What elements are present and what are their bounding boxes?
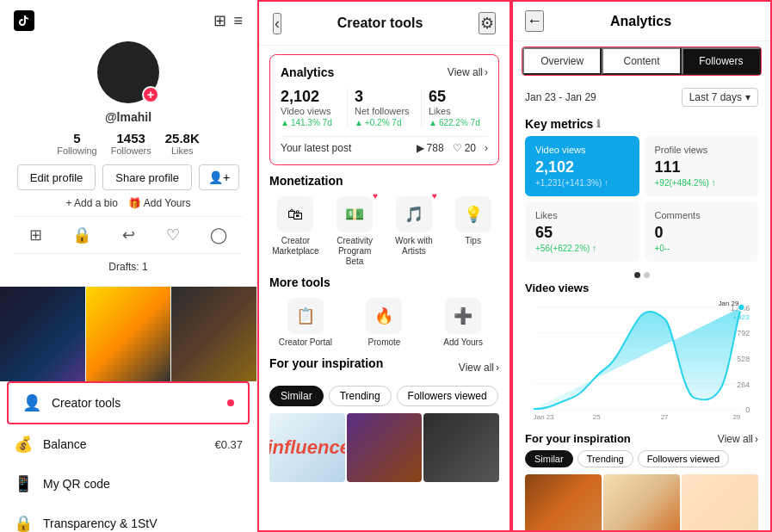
info-icon: ℹ [596,118,601,130]
right-tab-trending[interactable]: Trending [577,450,633,467]
tab-similar[interactable]: Similar [269,386,324,406]
gift-icon: 🎁 [128,197,141,209]
inspo-thumb-1[interactable]: ainfluencer [269,413,345,482]
like-icon[interactable]: ♡ [159,222,187,248]
svg-text:27: 27 [661,413,669,420]
middle-header: ‹ Creator tools ⚙ [259,2,510,46]
analytics-view-all[interactable]: View all › [448,66,488,78]
svg-text:• 923: • 923 [733,313,750,321]
tool-promote[interactable]: 🔥 Promote [349,298,421,348]
monetization-title: Monetization [269,174,499,188]
transparency-icon: 🔒 [14,514,33,532]
right-inspiration-view-all[interactable]: View all › [718,433,758,445]
discover-icon[interactable]: ⊞ [213,11,226,30]
net-followers-change: ▲ +0.2% 7d [355,118,414,127]
balance-label: Balance [43,437,204,451]
likes-card-change: +56(+622.2%) ↑ [535,244,629,253]
menu-item-balance[interactable]: 💰 Balance €0.37 [0,424,256,464]
tool-add-yours[interactable]: ➕ Add Yours [427,298,499,348]
promote-label: Promote [368,337,401,348]
back-button[interactable]: ‹ [273,13,281,34]
add-bio-link[interactable]: + Add a bio [65,197,117,209]
creator-portal-icon: 📋 [287,298,324,334]
date-dropdown[interactable]: Last 7 days ▾ [682,88,758,107]
date-range-row: Jan 23 - Jan 29 Last 7 days ▾ [513,81,770,114]
lock-icon[interactable]: 🔒 [65,222,98,248]
tab-overview[interactable]: Overview [522,47,602,75]
following-label: Following [57,145,96,156]
creativity-program-icon: 💵 ♥ [337,196,373,232]
video-thumb-1[interactable] [0,287,85,381]
tab-trending[interactable]: Trending [329,386,392,406]
tool-work-artists[interactable]: 🎵 ♥ Work withArtists [388,196,441,267]
right-tab-similar[interactable]: Similar [525,450,573,467]
video-views-card-change: +1,231(+141.3%) ↑ [535,178,629,188]
tool-creativity-program[interactable]: 💵 ♥ CreativityProgram Beta [329,196,381,267]
tab-content[interactable]: Content [602,47,681,75]
dot-2 [644,272,650,278]
metric-card-video-views: Video views 2,102 +1,231(+141.3%) ↑ [525,136,639,196]
menu-item-qr-code[interactable]: 📱 My QR code [0,464,256,504]
hamburger-menu[interactable]: ≡ [233,12,243,30]
svg-point-10 [738,304,744,311]
grid-icon[interactable]: ⊞ [22,222,49,248]
drafts-label: Drafts: 1 [102,257,154,276]
top-bar: ⊞ ≡ [14,10,243,31]
stat-likes: 25.8K Likes [165,131,200,156]
action-btns: Edit profile Share profile 👤+ [17,164,239,190]
tool-creator-marketplace[interactable]: 🛍 CreatorMarketplace [269,196,322,267]
video-thumb-2[interactable] [86,287,171,381]
avatar-plus-button[interactable]: + [142,86,159,103]
right-header: ← Analytics [513,2,770,41]
gear-button[interactable]: ⚙ [479,12,496,34]
metric-divider-1 [347,88,348,127]
creativity-program-label: CreativityProgram Beta [329,236,381,267]
inspo-thumb-2[interactable] [347,413,423,482]
net-followers-value: 3 [355,88,414,106]
video-thumb-3[interactable] [171,287,256,381]
right-inspo-thumb-3[interactable] [682,474,758,532]
tool-tips[interactable]: 💡 Tips [447,196,499,267]
creator-portal-label: Creator Portal [279,337,332,348]
menu-item-transparency[interactable]: 🔒 Transparency & 1StV [0,504,256,532]
likes-metric: 65 Likes ▲ 622.2% 7d [429,88,488,127]
add-friend-icon[interactable]: 👤+ [199,164,239,190]
chart-title: Video views [525,281,758,294]
likes-label: Likes [165,145,200,156]
right-tab-followers-viewed[interactable]: Followers viewed [638,450,729,467]
add-yours-link[interactable]: 🎁 Add Yours [128,197,191,209]
right-back-button[interactable]: ← [525,10,544,32]
balance-value: €0.37 [214,438,243,451]
edit-profile-button[interactable]: Edit profile [17,164,96,190]
profile-views-card-change: +92(+484.2%) ↑ [655,178,749,188]
right-inspo-thumb-1[interactable] [525,474,602,532]
inspiration-view-all[interactable]: View all › [459,362,499,374]
heart-badge-2: ♥ [432,191,437,201]
inspo-thumb-3[interactable] [423,413,499,482]
metric-card-profile-views: Profile views 111 +92(+484.2%) ↑ [645,136,759,196]
right-inspo-thumb-2[interactable] [603,474,680,532]
tips-label: Tips [465,236,481,246]
promote-icon: 🔥 [366,298,402,334]
heart-badge-1: ♥ [373,191,378,201]
work-artists-icon: 🎵 ♥ [396,196,432,232]
tab-followers[interactable]: Followers [682,47,761,75]
tag-icon[interactable]: ◯ [203,222,234,248]
video-views-metric: 2,102 Video views ▲ 141.3% 7d [281,88,340,127]
profile-views-card-label: Profile views [655,145,749,155]
share-profile-button[interactable]: Share profile [102,164,192,190]
right-title: Analytics [610,14,671,29]
svg-text:0: 0 [745,405,750,414]
profile-section: ⊞ ≡ + @lmahil 5 Following 1453 Followers… [0,0,256,287]
monetization-section: Monetization 🛍 CreatorMarketplace 💵 ♥ Cr… [269,174,499,267]
comments-card-change: +0-- [655,244,749,253]
repost-icon[interactable]: ↩ [115,222,142,248]
analytics-metrics-row: 2,102 Video views ▲ 141.3% 7d 3 Net foll… [281,88,488,127]
menu-item-creator-tools[interactable]: 👤 Creator tools [7,381,250,424]
likes-card-label: Likes [535,210,629,220]
creator-tools-icon: 👤 [22,393,41,412]
net-followers-metric: 3 Net followers ▲ +0.2% 7d [355,88,414,127]
tab-followers-viewed[interactable]: Followers viewed [397,386,498,406]
tool-creator-portal[interactable]: 📋 Creator Portal [269,298,342,348]
metrics-cards: Video views 2,102 +1,231(+141.3%) ↑ Prof… [513,136,770,269]
